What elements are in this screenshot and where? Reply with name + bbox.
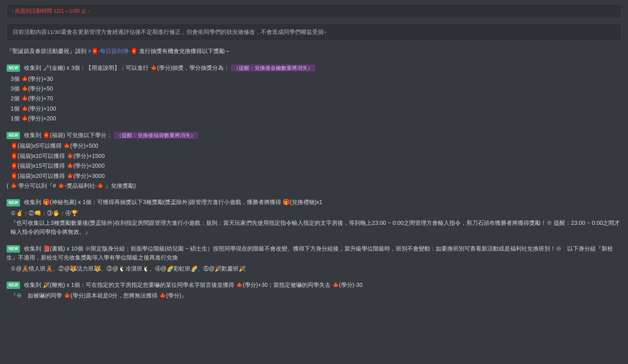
list-item: 3個 🍁(學分)+50	[11, 84, 621, 93]
banner-bar: - 此簽到活動時間 12/1～1/30 止 -	[7, 4, 621, 18]
section1-reminder: （提醒：兌換後金鑰數量將消失）	[231, 64, 315, 71]
section1-items: 3個 🍁(學分)+30 3個 🍁(學分)+50 2個 🍁(學分)+70 1個 🍁…	[7, 74, 621, 123]
section2-items: 🧧(福袋)x5可以獲得 🍁(學分)+500 🧧(福袋)x10可以獲得 🍁(學分)…	[7, 141, 621, 180]
section-fukubukuro: NEW 收集到 🧧(福袋) 可兌換以下學分： （提醒：兌換後福袋數量將消失） 🧧…	[7, 131, 621, 191]
list-item: 2個 🍁(學分)+70	[11, 94, 621, 103]
section-firecracker: NEW 收集到 🎉(鞭炮) x 1個：可在指定的文字房指定您要嚇的某位同學名字留…	[7, 280, 621, 300]
section2-footer: ( 🍁 學分可以到『# 🍁-獎品福利社-🍁 』兌換獎勵)	[7, 181, 621, 190]
section3-note: 『也可收集以上3種獎勵數量後(獎盃除外)在到指定房間跟管理方進行小遊戲：規則：當…	[7, 218, 621, 237]
section5-title: 收集到 🎉(鞭炮) x 1個：可在指定的文字房指定您要嚇的某位同學名字留言後並獲…	[24, 282, 362, 288]
section1-title: 收集到 🗝️(金鑰) x 3個：【用途說明】：可以進行 🍁(學分)抽獎，學分抽獎…	[24, 64, 229, 71]
new-badge-5: NEW	[7, 282, 20, 289]
section4-classes: ①@🧸情人班🧸、②@🐯活力班🐯、③@🐧冷漠班🐧、④@🌈彩虹班🌈、⑤@🎉歡慶班🎉	[7, 264, 621, 273]
banner-text: - 此簽到活動時間 12/1～1/30 止 -	[12, 8, 90, 14]
info-box: 目前活動內容11/30還會在更新管理方會經過評估後不定期進行修正，但會依同學們的…	[7, 23, 621, 41]
list-item: 🧧(福袋)x15可以獲得 🍁(學分)+2000	[11, 161, 621, 170]
section3-steps: ①✌️：②👊：③🖐️：④🏆	[7, 209, 621, 218]
section-bookmark: NEW 收集到 📕(書籤) x 10個 ※限定版身分組：前面學位階級(幼兒園 ~…	[7, 244, 621, 273]
list-item: 3個 🍁(學分)+30	[11, 74, 621, 83]
new-badge-2: NEW	[7, 132, 20, 139]
section2-title: 收集到 🧧(福袋) 可兌換以下學分：	[24, 132, 112, 138]
new-badge-4: NEW	[7, 245, 20, 253]
section-mystery: NEW 收集到 🎁(神秘包裹) x 1個：可獲得再抽獎以下3種獎勵(獎盃除外)跟…	[7, 198, 621, 237]
list-item: 🧧(福袋)x10可以獲得 🍁(學分)+1500	[11, 151, 621, 160]
intro-text: 『聖誕節及春節活動慶祝』請到 #🧧-每日簽到簿-🧧 進行抽獎有機會兌換獲得以下獎…	[7, 47, 621, 55]
section2-reminder: （提醒：兌換後福袋數量將消失）	[114, 132, 198, 139]
list-item: 🧧(福袋)x5可以獲得 🍁(學分)+500	[11, 141, 621, 150]
section-key: NEW 收集到 🗝️(金鑰) x 3個：【用途說明】：可以進行 🍁(學分)抽獎，…	[7, 63, 621, 123]
new-badge-3: NEW	[7, 199, 20, 206]
section4-title: 收集到 📕(書籤) x 10個 ※限定版身分組：前面學位階級(幼兒園 ~ 碩士生…	[7, 245, 613, 261]
list-item: 1個 🍁(學分)+100	[11, 104, 621, 113]
section3-title: 收集到 🎁(神秘包裹) x 1個：可獲得再抽獎以下3種獎勵(獎盃除外)跟管理方進…	[24, 199, 322, 205]
new-badge-1: NEW	[7, 64, 20, 72]
list-item: 1個 🍁(學分)+200	[11, 114, 621, 123]
section5-note: 『※ 如被嚇的同學 🍁(學分)原本就是0分，您將無法獲得 🍁(學分)』	[7, 291, 621, 300]
info-text: 目前活動內容11/30還會在更新管理方會經過評估後不定期進行修正，但會依同學們的…	[13, 29, 327, 35]
channel-link[interactable]: #🧧-每日簽到簿-🧧	[88, 48, 138, 54]
list-item: 🧧(福袋)x20可以獲得 🍁(學分)+3000	[11, 171, 621, 180]
